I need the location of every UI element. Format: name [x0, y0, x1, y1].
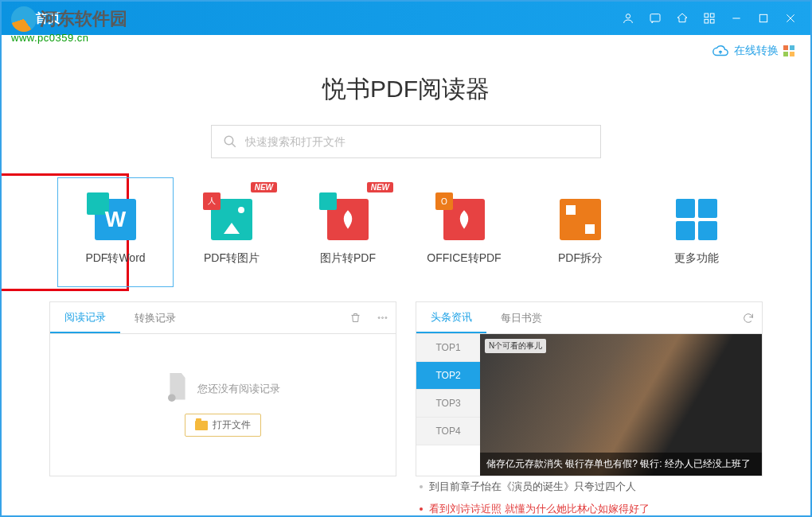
watermark-url: www.pc0359.cn [11, 32, 127, 44]
news-link[interactable]: 看到刘诗诗近照 就懂为什么她比林心如嫁得好了 [416, 498, 762, 517]
svg-point-0 [626, 14, 630, 18]
empty-text: 您还没有阅读记录 [197, 382, 280, 396]
svg-point-16 [378, 317, 380, 319]
svg-rect-13 [790, 52, 794, 56]
feedback-icon[interactable] [673, 10, 691, 27]
svg-rect-11 [790, 45, 794, 50]
open-file-label: 打开文件 [213, 418, 251, 432]
tile-pdf-split[interactable]: PDF拆分 [522, 177, 638, 287]
online-convert-button[interactable]: 在线转换 [712, 42, 779, 60]
apps-icon[interactable] [701, 10, 718, 27]
tab-convert-history[interactable]: 转换记录 [120, 302, 190, 333]
maximize-icon[interactable] [755, 10, 772, 27]
top-item-4[interactable]: TOP4 [416, 418, 480, 445]
cloud-icon [712, 42, 729, 60]
tile-label: PDF拆分 [558, 251, 603, 266]
minimize-icon[interactable] [728, 10, 745, 27]
top-list: TOP1 TOP2 TOP3 TOP4 [416, 334, 480, 476]
svg-rect-1 [650, 14, 660, 21]
tile-more[interactable]: 更多功能 [638, 177, 755, 287]
tile-label: OFFICE转PDF [427, 251, 501, 266]
search-icon [223, 134, 237, 149]
new-badge: NEW [251, 182, 277, 192]
svg-line-15 [232, 143, 236, 147]
tile-office-to-pdf[interactable]: O OFFICE转PDF [406, 177, 522, 287]
tile-label: 图片转PDF [320, 251, 376, 266]
tile-pdf-to-image[interactable]: NEW 人 PDF转图片 [174, 177, 290, 287]
news-link-text: 到目前章子怡在《演员的诞生》只夸过四个人 [429, 480, 636, 494]
more-options-icon[interactable] [369, 302, 396, 333]
page-title: 悦书PDF阅读器 [18, 73, 794, 106]
svg-rect-2 [705, 14, 709, 17]
search-box[interactable] [211, 125, 601, 158]
news-panel: 头条资讯 每日书赏 TOP1 TOP2 TOP3 TOP4 N个可看的事儿 储存… [416, 301, 763, 476]
gift-icon[interactable] [783, 45, 794, 56]
search-input[interactable] [245, 135, 589, 148]
svg-rect-4 [705, 19, 709, 23]
folder-icon [195, 421, 208, 430]
top-item-1[interactable]: TOP1 [416, 334, 480, 362]
refresh-icon[interactable] [735, 302, 762, 333]
tile-image-to-pdf[interactable]: NEW 图片转PDF [290, 177, 406, 287]
news-caption: 储存亿元存款消失 银行存单也有假? 银行: 经办人已经没上班了 [480, 453, 762, 476]
tile-label: 更多功能 [674, 251, 719, 266]
top-item-3[interactable]: TOP3 [416, 390, 480, 418]
history-panel: 阅读记录 转换记录 您还没有阅读记录 打开文件 [49, 301, 396, 476]
tile-label: PDF转图片 [204, 251, 260, 266]
news-image[interactable]: N个可看的事儿 储存亿元存款消失 银行存单也有假? 银行: 经办人已经没上班了 [480, 334, 762, 476]
news-link[interactable]: 到目前章子怡在《演员的诞生》只夸过四个人 [416, 476, 762, 498]
word-icon [95, 199, 136, 240]
close-icon[interactable] [782, 10, 799, 27]
tile-pdf-to-word[interactable]: PDF转Word [57, 177, 174, 287]
svg-point-14 [224, 136, 233, 145]
message-icon[interactable] [646, 10, 664, 27]
split-icon [560, 199, 601, 240]
svg-rect-3 [710, 14, 714, 17]
svg-point-19 [168, 394, 176, 402]
svg-rect-12 [783, 52, 788, 56]
svg-rect-10 [783, 45, 788, 50]
svg-rect-7 [759, 14, 767, 21]
watermark-text: 河东软件园 [40, 7, 127, 31]
image-icon: 人 [211, 199, 252, 240]
top-item-2[interactable]: TOP2 [416, 362, 480, 390]
tab-read-history[interactable]: 阅读记录 [50, 302, 120, 333]
new-badge: NEW [367, 182, 393, 192]
svg-rect-5 [710, 19, 714, 23]
more-icon [676, 199, 717, 240]
online-convert-label: 在线转换 [734, 44, 779, 58]
pdf-icon [327, 199, 369, 240]
svg-point-17 [381, 317, 383, 319]
feature-tiles: PDF转Word NEW 人 PDF转图片 NEW 图片转PDF O OFFIC… [18, 177, 794, 287]
office-icon: O [443, 199, 485, 240]
user-icon[interactable] [619, 10, 637, 27]
open-file-button[interactable]: 打开文件 [185, 414, 261, 437]
tab-headlines[interactable]: 头条资讯 [416, 302, 486, 333]
tab-daily-book[interactable]: 每日书赏 [486, 302, 556, 333]
svg-point-18 [385, 317, 386, 319]
delete-icon[interactable] [342, 302, 369, 333]
document-icon [166, 373, 189, 404]
news-image-tag: N个可看的事儿 [485, 339, 546, 353]
news-link-text: 看到刘诗诗近照 就懂为什么她比林心如嫁得好了 [429, 502, 650, 516]
tile-label: PDF转Word [85, 251, 145, 266]
